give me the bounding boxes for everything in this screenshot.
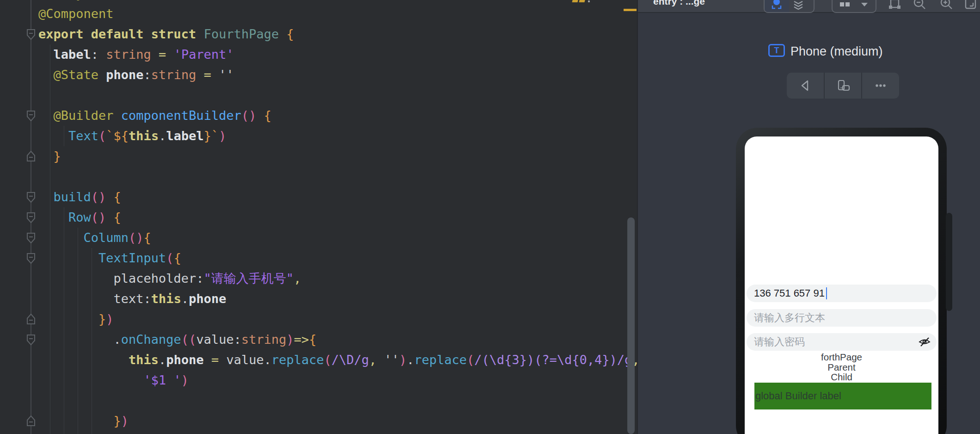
- grid-view-icon: [833, 0, 876, 12]
- fold-expand-icon[interactable]: [26, 150, 36, 162]
- password-input[interactable]: 请输入密码: [747, 333, 937, 351]
- multiline-placeholder: 请输入多行文本: [754, 311, 825, 325]
- phone-screen: 136 751 657 91 请输入多行文本 请输入密码 forthPagePa…: [745, 136, 938, 434]
- layout-select-group[interactable]: [832, 0, 876, 13]
- code-line: @Component: [38, 4, 637, 24]
- zoom-out-button[interactable]: [913, 0, 927, 12]
- fit-to-screen-icon: [963, 0, 978, 12]
- code-text[interactable]: @Entry@Componentexport default struct Fo…: [0, 0, 637, 434]
- bounding-box-button[interactable]: [888, 0, 902, 12]
- phone-power-button: [946, 213, 952, 311]
- editor-scrollbar-thumb[interactable]: [627, 217, 635, 434]
- code-line: build() {: [38, 187, 637, 207]
- code-line: @Entry: [38, 0, 637, 4]
- code-line: placeholder:"请输入手机号",: [38, 268, 637, 289]
- fold-collapse-icon[interactable]: [26, 232, 36, 244]
- code-line: Text(`${this.label}`): [38, 126, 637, 146]
- layers-button[interactable]: [792, 0, 804, 11]
- previous-icon: [798, 79, 812, 93]
- fold-expand-icon[interactable]: [26, 313, 36, 325]
- fold-expand-icon[interactable]: [26, 415, 36, 427]
- previewer-panel: entry : ...ge: [637, 0, 980, 434]
- device-type-icon: T: [768, 44, 785, 57]
- device-label: Phone (medium): [790, 44, 883, 59]
- text-cursor: [826, 287, 827, 299]
- code-editor[interactable]: @Entry@Componentexport default struct Fo…: [0, 0, 637, 434]
- zoom-out-icon: [913, 0, 927, 12]
- previous-page-button[interactable]: [787, 73, 824, 99]
- dropdown-caret-icon: [861, 3, 868, 6]
- profiler-icon: [572, 0, 578, 2]
- code-line: TextInput({: [38, 248, 637, 268]
- code-line: this.phone = value.replace(/\D/g, '').re…: [38, 350, 637, 370]
- multiline-text-input[interactable]: 请输入多行文本: [747, 309, 937, 327]
- phone-mockup-frame: 136 751 657 91 请输入多行文本 请输入密码 forthPagePa…: [736, 128, 947, 434]
- previewer-controls: [787, 73, 899, 99]
- code-line: text:this.phone: [38, 289, 637, 309]
- stack-label: forthPage: [745, 352, 938, 362]
- zoom-in-button[interactable]: [939, 0, 954, 12]
- more-icon: [873, 79, 888, 93]
- layers-icon: [792, 0, 804, 11]
- component-inspect-icon: [771, 0, 783, 11]
- code-line: [38, 167, 637, 187]
- fold-collapse-icon[interactable]: [26, 252, 36, 264]
- stack-label: Parent: [745, 362, 938, 372]
- fold-collapse-icon[interactable]: [26, 211, 36, 223]
- rotate-device-icon: [835, 79, 851, 93]
- phone-number-value: 136 751 657 91: [754, 287, 825, 299]
- fold-collapse-icon[interactable]: [26, 28, 36, 40]
- rotate-device-button[interactable]: [824, 73, 862, 99]
- fold-collapse-icon[interactable]: [26, 334, 36, 346]
- code-line: [38, 85, 637, 105]
- password-visibility-off-button[interactable]: [918, 336, 931, 351]
- component-inspect-button[interactable]: [765, 0, 789, 12]
- phone-number-input[interactable]: 136 751 657 91: [747, 285, 937, 302]
- code-line: @State phone:string = '': [38, 65, 637, 85]
- fit-to-screen-button[interactable]: [963, 0, 978, 12]
- profiler-icon: [579, 0, 585, 2]
- code-line: '$1 '): [38, 370, 637, 391]
- code-line: [38, 391, 637, 411]
- previewer-tab-title[interactable]: entry : ...ge: [653, 0, 705, 7]
- editor-dot-icon: [588, 0, 590, 2]
- fold-collapse-icon[interactable]: [26, 110, 36, 122]
- code-line: @Builder componentBuilder() {: [38, 105, 637, 126]
- view-mode-group: [764, 0, 815, 13]
- stack-label: Child: [745, 372, 938, 382]
- text-stack: forthPageParentChild: [745, 352, 938, 382]
- builder-banner: global Builder label: [754, 383, 931, 409]
- code-line: }): [38, 411, 637, 431]
- code-line: }): [38, 309, 637, 329]
- zoom-in-icon: [939, 0, 954, 12]
- eye-off-icon: [918, 336, 931, 348]
- code-line: .onChange((value:string)=>{: [38, 329, 637, 350]
- code-line: Column(){: [38, 228, 637, 248]
- bounding-box-icon: [888, 0, 902, 12]
- more-options-button[interactable]: [861, 73, 899, 99]
- previewer-toolbar: entry : ...ge: [638, 0, 980, 13]
- code-line: Row() {: [38, 207, 637, 228]
- code-line: }: [38, 146, 637, 167]
- builder-banner-label: global Builder label: [754, 390, 841, 402]
- fold-collapse-icon[interactable]: [26, 191, 36, 203]
- device-badge-letter: T: [774, 46, 779, 56]
- password-placeholder: 请输入密码: [754, 335, 805, 349]
- warning-stripe-mark: [624, 9, 637, 11]
- code-line: }: [38, 431, 637, 434]
- code-line: export default struct FourthPage {: [38, 24, 637, 44]
- code-line: label: string = 'Parent': [38, 44, 637, 65]
- deveco-previewer-window: { "colors": { "editor_bg": "#2b2d30", "p…: [0, 0, 980, 434]
